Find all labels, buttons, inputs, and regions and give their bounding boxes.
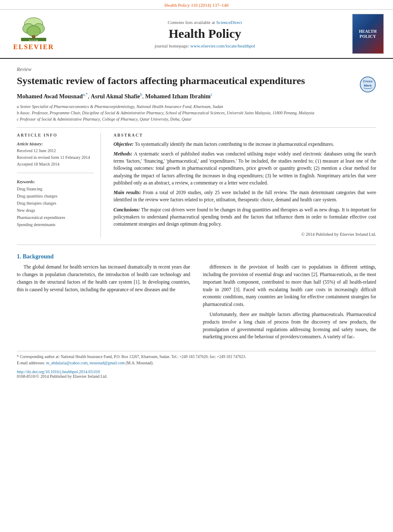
article-info-abstract-section: ARTICLE INFO Article history: Received 1… bbox=[17, 133, 376, 238]
journal-info-center: Contents lists available at ScienceDirec… bbox=[63, 14, 347, 54]
contents-available-text: Contents lists available at ScienceDirec… bbox=[168, 20, 242, 25]
main-content: Review Systematic review of factors affe… bbox=[0, 59, 393, 387]
accepted-date: Accepted 18 March 2014 bbox=[17, 161, 94, 168]
results-label: Main results: bbox=[113, 190, 143, 195]
footnotes-section: * Corresponding author at: National Heal… bbox=[17, 351, 376, 366]
revised-date: Received in revised form 11 February 201… bbox=[17, 154, 94, 161]
affiliation-b: b Assoc. Professor, Programme Chair, Dis… bbox=[17, 110, 376, 116]
body-para-2: differences in the provision of health c… bbox=[203, 263, 377, 308]
crossmark-icon: Cross Mark bbox=[359, 76, 376, 93]
authors-line: Mohamed Awad Mousnada,*, Asrul Akmal Sha… bbox=[17, 92, 376, 100]
body-para-3: Unfortunately, there are multiple factor… bbox=[203, 311, 377, 341]
svg-text:Mark: Mark bbox=[364, 84, 372, 87]
author-2-name: Asrul Akmal Shafie bbox=[91, 93, 140, 100]
abstract-conclusions: Conclusions: The major cost drivers were… bbox=[113, 206, 376, 228]
section-1-title: 1. Background bbox=[17, 253, 376, 260]
article-info-column: ARTICLE INFO Article history: Received 1… bbox=[17, 133, 101, 238]
footnote-corresponding: * Corresponding author at: National Heal… bbox=[17, 354, 376, 360]
affiliation-a: a Senior Specialist of Pharmacoeconomics… bbox=[17, 103, 376, 110]
article-info-header: ARTICLE INFO bbox=[17, 133, 94, 137]
affiliation-c: c Professor of Social & Administrative P… bbox=[17, 116, 376, 122]
methods-label: Methods: bbox=[113, 151, 134, 156]
body-para-1: The global demand for health services ha… bbox=[17, 263, 190, 293]
svg-text:Cross: Cross bbox=[363, 79, 373, 83]
affiliations: a Senior Specialist of Pharmacoeconomics… bbox=[17, 103, 376, 122]
crossmark-badge: Cross Mark bbox=[359, 76, 376, 93]
cover-title-text: HEALTHPOLICY bbox=[359, 29, 377, 39]
author-3-name: Mohamed Izham Ibrahim bbox=[145, 93, 211, 100]
email-link-2[interactable]: mousnad@gmail.com bbox=[90, 361, 124, 365]
abstract-results: Main results: From a total of 2039 studi… bbox=[113, 189, 376, 204]
elsevier-brand-text: ELSEVIER bbox=[13, 43, 54, 51]
keyword-1: Drug financing bbox=[17, 185, 94, 192]
email-link-1[interactable]: m_abdalazia@yahoo.com bbox=[46, 361, 88, 365]
keyword-3: Drug therapies changes bbox=[17, 200, 94, 207]
author-1-name: Mohamed Awad Mousnad bbox=[17, 93, 83, 100]
journal-reference: Health Policy 116 (2014) 137–146 bbox=[164, 3, 228, 8]
elsevier-logo: Knowledge ELSEVIER bbox=[8, 14, 59, 54]
body-left-column: The global demand for health services ha… bbox=[17, 263, 190, 343]
keywords-label: Keywords: bbox=[17, 179, 35, 184]
svg-text:Knowledge: Knowledge bbox=[29, 39, 39, 41]
journal-cover-image: HEALTHPOLICY bbox=[351, 14, 385, 54]
doi-link[interactable]: http://dx.doi.org/10.1016/j.healthpol.20… bbox=[17, 369, 376, 374]
journal-homepage-line: journal homepage: www.elsevier.com/locat… bbox=[155, 43, 255, 48]
body-section-1: 1. Background The global demand for heal… bbox=[17, 253, 376, 343]
abstract-methods: Methods: A systematic search of publishe… bbox=[113, 150, 376, 187]
separator-1 bbox=[17, 127, 376, 128]
footnote-email: E-mail addresses: m_abdalazia@yahoo.com,… bbox=[17, 360, 376, 366]
body-two-col: The global demand for health services ha… bbox=[17, 263, 376, 343]
conclusions-label: Conclusions: bbox=[113, 207, 141, 212]
keyword-4: New drugs bbox=[17, 207, 94, 214]
abstract-column: ABSTRACT Objective: To systematically id… bbox=[113, 133, 376, 238]
paper-title: Systematic review of factors affecting p… bbox=[17, 74, 376, 87]
article-type-label: Review bbox=[17, 66, 376, 73]
received-date: Received 12 June 2012 bbox=[17, 147, 94, 154]
sciencedirect-link[interactable]: ScienceDirect bbox=[216, 20, 242, 25]
svg-point-3 bbox=[27, 26, 40, 37]
abstract-text: Objective: To systematically identify th… bbox=[113, 141, 376, 238]
journal-title: Health Policy bbox=[169, 26, 241, 41]
separator-2 bbox=[17, 173, 94, 173]
journal-header: Knowledge ELSEVIER Contents lists availa… bbox=[0, 10, 393, 59]
objective-label: Objective: bbox=[113, 142, 135, 147]
abstract-header: ABSTRACT bbox=[113, 133, 376, 137]
body-right-column: differences in the provision of health c… bbox=[203, 263, 377, 343]
doi-section: http://dx.doi.org/10.1016/j.healthpol.20… bbox=[17, 369, 376, 379]
keyword-2: Drug quantities changes bbox=[17, 192, 94, 200]
separator-3 bbox=[17, 245, 376, 245]
journal-reference-bar: Health Policy 116 (2014) 137–146 bbox=[0, 0, 393, 10]
keyword-6: Spending determinants bbox=[17, 221, 94, 228]
history-label: Article history: bbox=[17, 142, 43, 146]
abstract-objective: Objective: To systematically identify th… bbox=[113, 141, 376, 148]
journal-homepage-link[interactable]: www.elsevier.com/locate/healthpol bbox=[190, 43, 255, 48]
issn-line: 0168-8510/© 2014 Published by Elsevier I… bbox=[17, 374, 376, 379]
keyword-5: Pharmaceutical expenditures bbox=[17, 214, 94, 221]
elsevier-tree-icon: Knowledge bbox=[17, 17, 50, 42]
keywords-section: Keywords: Drug financing Drug quantities… bbox=[17, 178, 94, 228]
abstract-copyright: © 2014 Published by Elsevier Ireland Ltd… bbox=[113, 231, 376, 238]
article-history: Article history: Received 12 June 2012 R… bbox=[17, 141, 94, 168]
